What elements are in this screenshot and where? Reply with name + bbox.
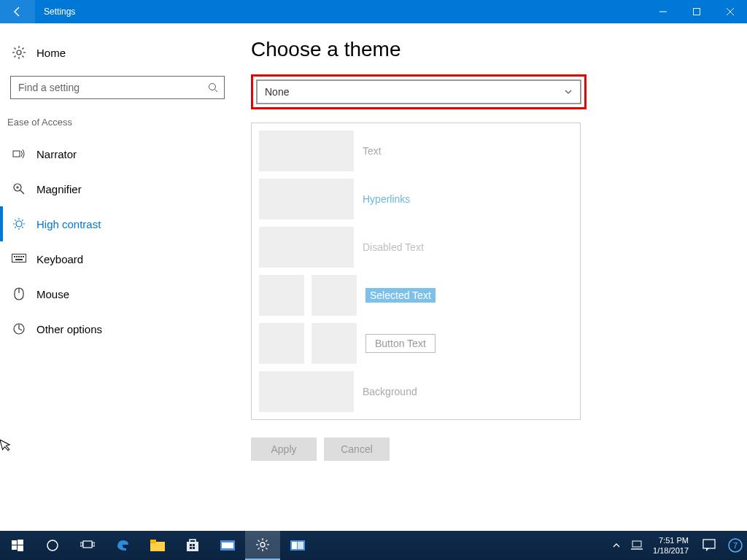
svg-rect-64: [292, 542, 297, 549]
sidebar-item-narrator[interactable]: Narrator: [0, 136, 233, 171]
svg-rect-40: [18, 545, 23, 551]
preview-label-background: Background: [363, 386, 417, 397]
other-icon: [12, 322, 26, 336]
sidebar-item-label: Mouse: [36, 288, 69, 300]
taskbar-app-edge[interactable]: [105, 531, 140, 560]
sidebar-item-label: Narrator: [36, 148, 77, 160]
search-box[interactable]: [10, 76, 225, 99]
svg-rect-37: [12, 540, 17, 545]
preview-label-hyperlinks: Hyperlinks: [363, 193, 410, 205]
window-titlebar: Settings: [0, 0, 747, 23]
chevron-down-icon: [564, 88, 573, 96]
taskbar-app-generic[interactable]: [210, 531, 245, 560]
page-heading: Choose a theme: [251, 38, 729, 61]
preview-row-disabled: Disabled Text: [259, 227, 573, 268]
svg-line-60: [266, 548, 267, 549]
svg-rect-51: [193, 547, 195, 549]
tray-network[interactable]: [627, 531, 647, 560]
app-icon: [290, 540, 305, 551]
cortana-icon: [46, 539, 59, 552]
sidebar-item-other-options[interactable]: Other options: [0, 311, 233, 346]
apply-button[interactable]: Apply: [251, 438, 317, 461]
color-swatch[interactable]: [311, 323, 357, 364]
taskbar-app-explorer[interactable]: [140, 531, 175, 560]
tray-badge[interactable]: 7: [724, 531, 747, 560]
start-button[interactable]: [0, 531, 35, 560]
svg-point-2: [17, 50, 21, 55]
action-buttons: Apply Cancel: [251, 438, 729, 461]
svg-point-54: [260, 542, 265, 547]
svg-text:7: 7: [733, 541, 738, 550]
taskbar-app-settings[interactable]: [245, 531, 280, 560]
svg-rect-27: [12, 254, 26, 262]
color-swatch[interactable]: [259, 371, 354, 412]
cancel-button[interactable]: Cancel: [324, 438, 390, 461]
sidebar-item-high-contrast[interactable]: High contrast: [0, 206, 233, 241]
svg-rect-47: [187, 542, 198, 551]
svg-rect-42: [83, 541, 92, 548]
window-title: Settings: [35, 7, 646, 17]
svg-rect-43: [80, 542, 82, 546]
high-contrast-icon: [12, 217, 26, 231]
svg-rect-66: [632, 541, 641, 547]
home-link[interactable]: Home: [10, 35, 225, 70]
color-swatch[interactable]: [259, 323, 304, 364]
svg-rect-33: [15, 259, 23, 260]
preview-label-text: Text: [363, 145, 382, 157]
svg-line-62: [266, 540, 267, 542]
svg-rect-13: [13, 151, 20, 157]
narrator-icon: [12, 147, 26, 161]
svg-rect-49: [193, 544, 195, 546]
back-button[interactable]: [0, 0, 35, 23]
minimize-icon: [659, 8, 667, 15]
search-icon: [208, 82, 218, 93]
task-view-button[interactable]: [70, 531, 105, 560]
tray-overflow[interactable]: [606, 531, 627, 560]
action-center-icon: [703, 539, 716, 552]
sidebar-item-magnifier[interactable]: Magnifier: [0, 171, 233, 206]
svg-point-11: [209, 84, 216, 90]
store-icon: [186, 539, 199, 552]
svg-line-59: [258, 540, 260, 542]
action-center-button[interactable]: [694, 531, 724, 560]
taskbar-app-generic-2[interactable]: [280, 531, 315, 560]
preview-label-disabled: Disabled Text: [363, 241, 424, 253]
theme-dropdown-value: None: [265, 86, 289, 98]
color-swatch[interactable]: [311, 275, 357, 316]
magnifier-icon: [12, 182, 26, 196]
svg-line-23: [15, 219, 16, 221]
search-input[interactable]: [18, 82, 218, 93]
preview-label-selected: Selected Text: [365, 288, 436, 303]
svg-rect-38: [18, 540, 23, 545]
svg-line-12: [215, 90, 218, 93]
svg-rect-29: [16, 256, 18, 257]
svg-rect-28: [14, 256, 15, 257]
windows-icon: [12, 540, 23, 551]
color-swatch[interactable]: [259, 179, 354, 219]
preview-row-selected: Selected Text: [259, 275, 573, 316]
settings-icon: [256, 538, 269, 551]
mouse-icon: [12, 287, 26, 301]
svg-line-61: [258, 548, 260, 549]
svg-rect-65: [298, 542, 303, 549]
svg-rect-1: [694, 9, 700, 15]
color-swatch[interactable]: [259, 227, 354, 268]
sidebar-item-keyboard[interactable]: Keyboard: [0, 241, 233, 276]
clock-time: 7:51 PM: [653, 535, 689, 545]
maximize-button[interactable]: [680, 0, 713, 23]
color-swatch[interactable]: [259, 131, 354, 171]
svg-point-18: [16, 221, 22, 227]
svg-line-24: [22, 227, 23, 228]
cortana-button[interactable]: [35, 531, 70, 560]
theme-dropdown[interactable]: None: [256, 79, 581, 104]
close-button[interactable]: [713, 0, 747, 23]
taskbar-app-store[interactable]: [175, 531, 210, 560]
badge-icon: 7: [727, 537, 743, 553]
theme-preview: Text Hyperlinks Disabled Text Selected T…: [251, 122, 581, 420]
sidebar-item-label: Magnifier: [36, 183, 82, 195]
taskbar-clock[interactable]: 7:51 PM 1/18/2017: [647, 535, 694, 556]
color-swatch[interactable]: [259, 275, 304, 316]
minimize-button[interactable]: [646, 0, 680, 23]
svg-line-26: [22, 219, 23, 221]
sidebar-item-mouse[interactable]: Mouse: [0, 276, 233, 311]
